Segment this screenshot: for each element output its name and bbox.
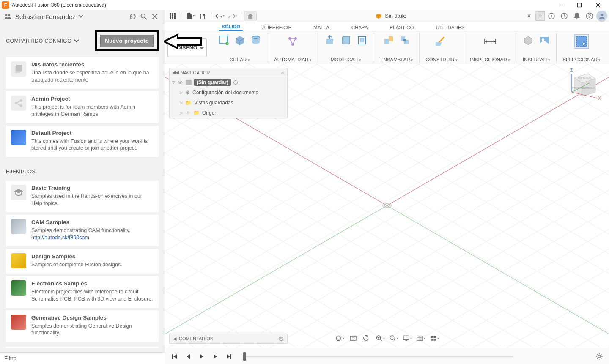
example-generative-samples[interactable]: Generative Design Samples Samples demons… — [6, 310, 159, 342]
visibility-icon[interactable]: 👁 — [185, 110, 191, 116]
orbit-icon[interactable] — [335, 334, 344, 343]
team-name[interactable]: Sebastian Fernandez — [15, 13, 76, 20]
look-at-icon[interactable] — [348, 334, 358, 343]
svg-line-115 — [601, 354, 602, 355]
ribbon-tab-solido[interactable]: SÓLIDO — [219, 23, 243, 31]
visibility-icon[interactable]: 👁 — [178, 79, 183, 86]
refresh-button[interactable] — [127, 11, 138, 22]
cylinder-icon[interactable] — [250, 34, 262, 46]
ribbon-tab-superficie[interactable]: SUPERFICIE — [260, 24, 294, 31]
construct-icon[interactable] — [434, 34, 449, 49]
expand-icon[interactable]: ▷ — [180, 101, 183, 105]
browser-item[interactable]: Configuración del documento — [192, 90, 258, 96]
filter-bar[interactable]: Filtro — [0, 352, 165, 364]
joint-icon[interactable] — [399, 34, 411, 46]
insert-derive-icon[interactable] — [522, 34, 534, 46]
insert-decal-icon[interactable] — [538, 34, 550, 46]
fit-icon[interactable] — [389, 334, 398, 343]
panel-close-button[interactable] — [149, 11, 160, 22]
example-basic-training[interactable]: Basic Training Samples used in the Hands… — [6, 181, 159, 212]
document-tab[interactable]: Sin título — [258, 13, 524, 19]
automate-icon[interactable] — [285, 34, 300, 49]
example-design-samples[interactable]: Design Samples Samples of completed Fusi… — [6, 249, 159, 274]
pan-icon[interactable] — [362, 334, 371, 343]
select-icon[interactable] — [574, 34, 589, 49]
expand-icon[interactable]: ▽ — [172, 80, 175, 85]
file-menu-icon[interactable]: ▾ — [184, 11, 196, 21]
team-dropdown-icon[interactable] — [78, 15, 83, 18]
default-project-card[interactable]: Default Project This comes with Fusion a… — [6, 126, 159, 157]
admin-project-card[interactable]: Admin Project This project is for team m… — [6, 91, 159, 123]
window-close-button[interactable] — [589, 0, 607, 10]
ribbon-tab-malla[interactable]: MALLA — [311, 24, 332, 31]
browser-item[interactable]: Vistas guardadas — [194, 100, 233, 106]
training-icon — [11, 185, 26, 200]
ribbon-group-label[interactable]: SELECCIONAR — [562, 57, 601, 63]
timeline-end-icon[interactable] — [225, 353, 233, 360]
panel-settings-icon[interactable]: ○ — [281, 69, 285, 76]
expand-icon[interactable]: ▷ — [180, 111, 183, 115]
new-project-button[interactable]: Nuevo proyecto — [100, 35, 154, 47]
timeline-track[interactable] — [243, 356, 513, 357]
window-minimize-button[interactable] — [551, 0, 570, 10]
zoom-icon[interactable] — [376, 334, 385, 343]
tab-close-icon[interactable]: × — [525, 12, 533, 20]
timeline-settings-icon[interactable] — [595, 353, 603, 360]
comments-bar[interactable]: ◀ COMENTARIOS ⊕ — [169, 334, 288, 344]
shared-section-header[interactable]: COMPARTIDO CONMIGO Nuevo proyecto — [0, 23, 165, 55]
window-maximize-button[interactable] — [570, 0, 589, 10]
expand-icon[interactable]: ▷ — [180, 90, 183, 95]
grid-settings-icon[interactable] — [416, 334, 425, 343]
recent-data-card[interactable]: Mis datos recientes Una lista donde se e… — [6, 57, 159, 89]
box-icon[interactable] — [234, 34, 246, 46]
timeline-play-icon[interactable] — [198, 353, 206, 360]
ribbon-group-label[interactable]: CONSTRUIR — [425, 57, 458, 63]
viewcube[interactable]: SUPERIOR FRONTAL DERECHO Z X — [564, 66, 601, 103]
active-indicator-icon[interactable] — [233, 80, 238, 85]
extensions-icon[interactable] — [546, 11, 557, 21]
cam-link[interactable]: http://autode.sk/f360cam — [31, 235, 89, 241]
fillet-icon[interactable] — [340, 34, 352, 46]
browser-panel[interactable]: ◀◀ NAVEGADOR ○ ▽ 👁 (Sin guardar) ▷ ⚙ — [169, 68, 288, 118]
example-electronics-samples[interactable]: Electronics Samples Electronic project f… — [6, 276, 159, 308]
browser-item[interactable]: Origen — [202, 110, 217, 116]
display-settings-icon[interactable] — [403, 334, 412, 343]
undo-icon[interactable]: ▾ — [214, 11, 226, 21]
ribbon-group-label[interactable]: INSERTAR — [523, 57, 550, 63]
redo-icon[interactable]: ▾ — [227, 11, 239, 21]
panel-collapse-icon[interactable]: ◀◀ — [172, 70, 179, 75]
ribbon-tab-plastico[interactable]: PLÁSTICO — [387, 24, 417, 31]
new-tab-button[interactable]: + — [535, 11, 545, 21]
assemble-icon[interactable] — [383, 34, 395, 46]
ribbon-group-label[interactable]: AUTOMATIZAR — [274, 57, 312, 63]
ribbon-group-label[interactable]: CREAR — [230, 57, 250, 63]
ribbon-tab-utilidades[interactable]: UTILIDADES — [433, 24, 467, 31]
home-tab-button[interactable] — [244, 11, 257, 21]
viewport-layout-icon[interactable] — [430, 334, 439, 343]
job-status-icon[interactable] — [558, 11, 570, 21]
ribbon-group-label[interactable]: ENSAMBLAR — [380, 57, 413, 63]
ribbon-tab-chapa[interactable]: CHAPA — [349, 24, 370, 31]
user-avatar[interactable] — [596, 11, 607, 22]
timeline-handle[interactable] — [243, 352, 246, 361]
presspull-icon[interactable] — [324, 34, 336, 46]
root-node[interactable]: (Sin guardar) — [194, 79, 231, 86]
search-button[interactable] — [138, 11, 149, 22]
timeline-start-icon[interactable] — [171, 353, 178, 360]
ribbon-group-label[interactable]: MODIFICAR — [331, 57, 361, 63]
notifications-icon[interactable] — [571, 11, 583, 21]
example-cam-samples[interactable]: CAM Samples Samples demonstrating CAM fu… — [6, 215, 159, 246]
measure-icon[interactable] — [483, 34, 497, 49]
shell-icon[interactable] — [356, 34, 368, 46]
grid-apps-icon[interactable] — [167, 11, 178, 21]
sketch-icon[interactable]: + — [218, 34, 230, 46]
collapse-icon[interactable]: ◀ — [173, 336, 176, 342]
save-icon[interactable] — [197, 11, 208, 21]
timeline-prev-icon[interactable] — [184, 353, 192, 360]
help-icon[interactable]: ? — [584, 11, 595, 21]
svg-point-5 — [8, 14, 11, 16]
ribbon-group-label[interactable]: INSPECCIONAR — [470, 57, 510, 63]
viewport[interactable]: ◀◀ NAVEGADOR ○ ▽ 👁 (Sin guardar) ▷ ⚙ — [165, 64, 609, 364]
timeline-next-icon[interactable] — [211, 353, 219, 360]
add-comment-icon[interactable]: ⊕ — [278, 335, 284, 342]
